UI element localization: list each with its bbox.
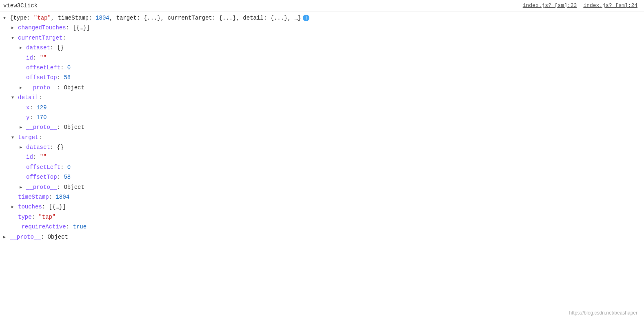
tree-row-target-offsetTop: offsetTop: 58 — [0, 172, 644, 182]
toggle-collapsed-icon[interactable] — [20, 124, 24, 129]
toggle-collapsed-icon[interactable] — [20, 45, 24, 50]
tree-row-currentTarget-offsetLeft: offsetLeft: 0 — [0, 63, 644, 73]
source-link-2[interactable]: index.js? [sm]:24 — [583, 2, 637, 9]
tree-text: : — [62, 33, 66, 42]
toggle-collapsed-icon[interactable] — [3, 234, 8, 239]
tree-text: "tap" — [38, 213, 56, 222]
tree-text: x — [26, 103, 29, 112]
tree-text: id — [26, 53, 33, 62]
source-link-1[interactable]: index.js? [sm]:23 — [523, 2, 577, 9]
header-row: view3Click index.js? [sm]:23 index.js? [… — [0, 0, 644, 11]
tree-text: : {} — [50, 143, 64, 152]
toggle-collapsed-icon[interactable] — [11, 25, 16, 30]
tree-text: offsetTop — [26, 73, 57, 82]
tree-text: 1804 — [95, 13, 109, 22]
tree-row-target: target: — [0, 133, 644, 142]
toggle-collapsed-icon[interactable] — [11, 204, 16, 209]
function-name: view3Click — [3, 2, 38, 9]
tree-text: offsetTop — [26, 173, 57, 182]
tree-text: currentTarget — [18, 33, 62, 42]
tree-text: offsetLeft — [26, 63, 60, 72]
tree-text: : [{…}] — [66, 23, 90, 32]
tree-row-target-offsetLeft: offsetLeft: 0 — [0, 162, 644, 172]
tree-row-timeStamp: timeStamp: 1804 — [0, 192, 644, 202]
tree-text: : — [57, 173, 64, 182]
tree-text: : — [33, 53, 40, 62]
toggle-expanded-icon[interactable] — [11, 135, 16, 140]
tree-text: , target: {...}, currentTarget: {...}, d… — [109, 13, 301, 22]
tree-row-currentTarget-proto: __proto__: Object — [0, 83, 644, 93]
tree-text: : — [66, 222, 73, 231]
tree-text: dataset — [26, 143, 50, 152]
tree-text: "" — [40, 153, 47, 162]
tree-text: y — [26, 113, 29, 122]
toggle-expanded-icon[interactable] — [3, 15, 8, 20]
tree-text: 0 — [67, 163, 71, 172]
watermark: https://blog.csdn.net/beashaper — [569, 310, 637, 316]
tree-text: : — [32, 213, 39, 222]
tree-row-target-id: id: "" — [0, 152, 644, 162]
tree-text: { — [10, 13, 13, 22]
tree-text: 58 — [64, 73, 71, 82]
tree-text: changedTouches — [18, 23, 66, 32]
tree-row-requireActive: _requireActive: true — [0, 222, 644, 232]
tree-text: type — [18, 213, 32, 222]
tree-row-root-proto: __proto__: Object — [0, 232, 644, 242]
tree-text: : — [33, 153, 40, 162]
tree-text: detail — [18, 93, 38, 102]
tree-text: : [{…}] — [42, 202, 66, 211]
tree-text: target — [18, 133, 38, 142]
tree-text: 1804 — [56, 193, 69, 202]
toggle-collapsed-icon[interactable] — [20, 144, 24, 149]
info-badge: i — [303, 15, 309, 21]
tree-text: touches — [18, 202, 42, 211]
tree-text: 0 — [67, 63, 71, 72]
tree-row-target-proto: __proto__: Object — [0, 182, 644, 192]
header-links: index.js? [sm]:23 index.js? [sm]:24 — [523, 2, 637, 9]
tree-text: dataset — [26, 43, 50, 52]
tree-row-type: type: "tap" — [0, 212, 644, 222]
toggle-collapsed-icon[interactable] — [20, 184, 24, 189]
tree-text: : — [60, 163, 67, 172]
tree-text: "tap" — [34, 13, 51, 22]
tree-text: : Object — [57, 183, 84, 192]
tree-text: : — [89, 13, 95, 22]
tree-row-changedTouches: changedTouches: [{…}] — [0, 23, 644, 33]
tree-row-currentTarget-id: id: "" — [0, 53, 644, 63]
toggle-collapsed-icon[interactable] — [20, 85, 24, 90]
tree-text: __proto__ — [26, 123, 57, 132]
tree-text: offsetLeft — [26, 163, 60, 172]
tree-row-detail-x: x: 129 — [0, 103, 644, 113]
tree-text: : — [29, 113, 36, 122]
tree-row-currentTarget: currentTarget: — [0, 33, 644, 43]
tree-text: type — [13, 13, 27, 22]
tree-row-target-dataset: dataset: {} — [0, 142, 644, 152]
tree-text: : — [27, 13, 34, 22]
tree-text: timeStamp — [58, 13, 89, 22]
tree-text: : — [57, 73, 64, 82]
tree-text: : Object — [41, 233, 68, 241]
tree-row-detail-proto: __proto__: Object — [0, 122, 644, 132]
tree-row-detail-y: y: 170 — [0, 113, 644, 122]
tree-text: id — [26, 153, 33, 162]
tree-row-currentTarget-dataset: dataset: {} — [0, 43, 644, 53]
tree-text: : {} — [50, 43, 64, 52]
tree-row-detail: detail: — [0, 93, 644, 102]
tree-text: _requireActive — [18, 222, 66, 231]
tree-text: : — [49, 193, 56, 202]
tree-text: timeStamp — [18, 193, 49, 202]
toggle-expanded-icon[interactable] — [11, 35, 16, 40]
content-area: {type: "tap", timeStamp: 1804, target: {… — [0, 11, 644, 319]
tree-text: : — [38, 93, 42, 102]
tree-text: , — [51, 13, 58, 22]
tree-text: __proto__ — [26, 183, 57, 192]
tree-text: 129 — [36, 103, 47, 112]
tree-text: : — [29, 103, 36, 112]
tree-text: __proto__ — [26, 83, 57, 92]
tree-row-currentTarget-offsetTop: offsetTop: 58 — [0, 73, 644, 82]
tree-text: 170 — [36, 113, 47, 122]
tree-text: true — [73, 222, 87, 231]
toggle-expanded-icon[interactable] — [11, 95, 16, 100]
tree-text: : Object — [57, 83, 84, 92]
tree-row-root: {type: "tap", timeStamp: 1804, target: {… — [0, 13, 644, 23]
